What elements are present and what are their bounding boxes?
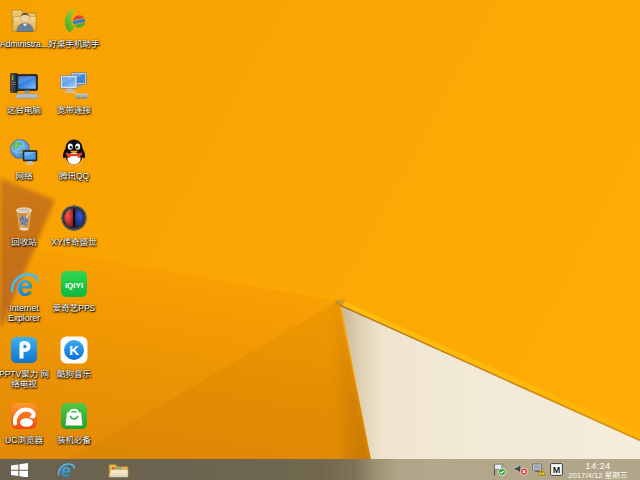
kugou-icon: K [58, 334, 90, 366]
network-globe-icon [8, 136, 40, 168]
icon-label: 好桌手机助手 [42, 38, 106, 48]
xy-game-icon [58, 202, 90, 234]
icon-label: 腾讯QQ [42, 170, 106, 180]
desktop-icon-xy-legend[interactable]: XY传奇盛世 [42, 202, 106, 246]
desktop-icon-kugou-music[interactable]: K 酷狗音乐 [42, 334, 106, 378]
icon-label: 酷狗音乐 [42, 368, 106, 378]
network-warning-icon[interactable] [532, 463, 546, 476]
icon-label: 装机必备 [42, 434, 106, 444]
desktop-icon-iqiyi-pps[interactable]: iQIYI 爱奇艺PPS [42, 268, 106, 312]
clock-date: 2017/4/12 星期三 [565, 470, 631, 479]
desktop-icon-zhuangji-bibei[interactable]: 装机必备 [42, 400, 106, 444]
desktop-icon-haozhuo-assistant[interactable]: 好桌手机助手 [42, 4, 106, 48]
action-center-flag-icon[interactable] [493, 463, 506, 476]
svg-text:M: M [553, 465, 561, 475]
computer-icon [8, 70, 40, 102]
broadband-icon [58, 70, 90, 102]
software-bag-icon [58, 400, 90, 432]
ime-indicator-icon[interactable]: M [550, 463, 563, 476]
qq-penguin-icon [58, 136, 90, 168]
taskbar: M 14:24 2017/4/12 星期三 [0, 459, 640, 480]
icon-label-line: Explorer [0, 312, 56, 322]
desktop-icon-tencent-qq[interactable]: 腾讯QQ [42, 136, 106, 180]
recycle-bin-icon [8, 202, 40, 234]
svg-text:iQIYI: iQIYI [65, 281, 83, 290]
internet-explorer-icon [8, 268, 40, 300]
desktop-screen: e Administra... 好桌手机助手 [0, 0, 640, 480]
haozhuo-logo-icon [58, 4, 90, 36]
icon-label-line: 络电视 [0, 378, 56, 388]
user-folder-icon [8, 4, 40, 36]
taskbar-clock[interactable]: 14:24 2017/4/12 星期三 [565, 459, 631, 480]
uc-browser-icon [8, 400, 40, 432]
system-tray: M 14:24 2017/4/12 星期三 [0, 459, 640, 480]
svg-text:K: K [69, 343, 79, 358]
pptv-icon [8, 334, 40, 366]
icon-label: 宽带连接 [42, 104, 106, 114]
volume-muted-icon[interactable] [514, 463, 528, 476]
icon-label: 爱奇艺PPS [42, 302, 106, 312]
icon-label: XY传奇盛世 [42, 236, 106, 246]
iqiyi-icon: iQIYI [58, 268, 90, 300]
desktop-icon-broadband-connection[interactable]: 宽带连接 [42, 70, 106, 114]
